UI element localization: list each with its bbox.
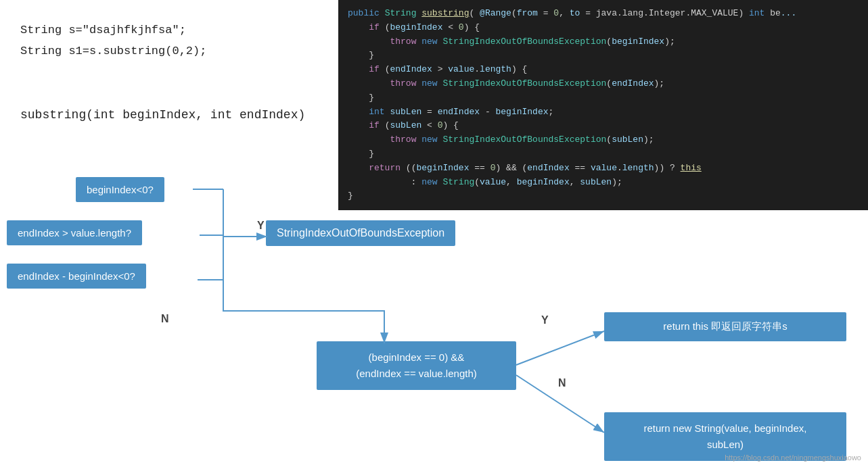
left-code-text: String s="dsajhfkjhfsa"; String s1=s.sub… [20, 20, 206, 62]
code-line-8: int subLen = endIndex - beginIndex; [348, 105, 859, 120]
code-panel: public String substring( @Range(from = 0… [338, 0, 868, 210]
label-y2: Y [541, 314, 549, 326]
code-string-s: String s="dsajhfkjhfsa"; [20, 20, 206, 41]
label-y1: Y [257, 220, 265, 232]
code-line-11: } [348, 147, 859, 162]
code-line-6: throw new StringIndexOutOfBoundsExceptio… [348, 77, 859, 91]
code-line-5: if (endIndex > value.length) { [348, 63, 859, 77]
box-condition: (beginIndex == 0) &&(endIndex == value.l… [317, 341, 516, 390]
code-line-4: } [348, 49, 859, 63]
box-exception: StringIndexOutOfBoundsException [266, 220, 455, 246]
code-line-12: return ((beginIndex == 0) && (endIndex =… [348, 162, 859, 176]
code-string-s1: String s1=s.substring(0,2); [20, 41, 206, 62]
box-endindex-length: endIndex > value.length? [7, 220, 142, 245]
code-line-14: } [348, 189, 859, 203]
code-line-2: if (beginIndex < 0) { [348, 21, 859, 35]
method-signature: substring(int beginIndex, int endIndex) [20, 108, 305, 122]
code-line-7: } [348, 91, 859, 105]
box-begin-index: beginIndex<0? [76, 177, 164, 202]
box-endindex-begin: endIndex - beginIndex<0? [7, 264, 146, 289]
code-line-1: public String substring( @Range(from = 0… [348, 7, 859, 21]
watermark: https://blog.csdn.net/ningmengshuxiaowo [725, 453, 861, 462]
code-line-3: throw new StringIndexOutOfBoundsExceptio… [348, 35, 859, 49]
code-line-13: : new String(value, beginIndex, subLen); [348, 176, 859, 190]
label-n1: N [161, 313, 169, 325]
box-return-this: return this 即返回原字符串s [604, 312, 846, 341]
label-n2: N [558, 377, 566, 389]
code-line-10: throw new StringIndexOutOfBoundsExceptio… [348, 133, 859, 147]
code-line-9: if (subLen < 0) { [348, 119, 859, 133]
